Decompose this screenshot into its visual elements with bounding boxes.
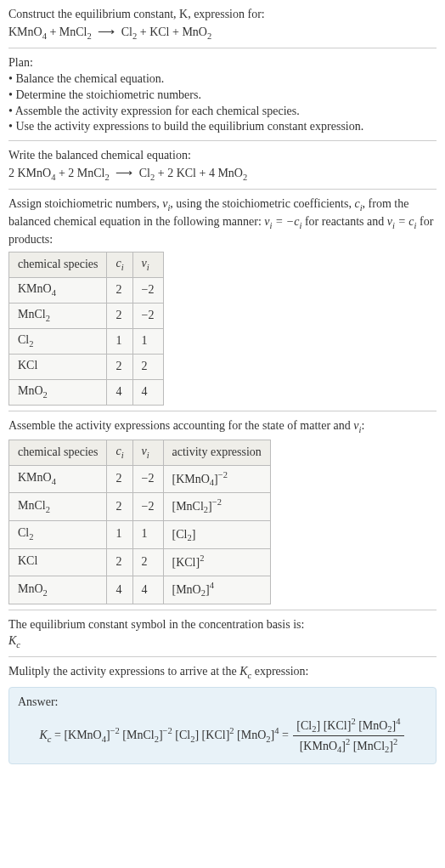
plan-section: Plan: • Balance the chemical equation. •… — [8, 48, 437, 140]
table-header-row: chemical species ci νi — [9, 252, 164, 278]
balanced-title: Write the balanced chemical equation: — [8, 148, 437, 164]
prompt-section: Construct the equilibrium constant, K, e… — [8, 7, 437, 48]
arrow-icon: ⟶ — [112, 167, 136, 179]
plan-title: Plan: — [8, 55, 437, 71]
balanced-section: Write the balanced chemical equation: 2 … — [8, 140, 437, 189]
activity-section: Assemble the activity expressions accoun… — [8, 411, 437, 610]
plus-icon: + — [172, 26, 182, 38]
col-nu: νi — [132, 252, 163, 278]
table-row: KMnO42−2 — [9, 277, 164, 303]
plan-bullet: • Determine the stoichiometric numbers. — [8, 88, 437, 104]
plus-icon: + — [59, 167, 68, 179]
stoich-section: Assign stoichiometric numbers, νi, using… — [8, 189, 437, 411]
product-3: MnO2 — [217, 167, 247, 179]
fraction: [Cl2] [KCl]2 [MnO2]4 [KMnO4]2 [MnCl2]2 — [293, 716, 403, 757]
table-row: MnCl22−2[MnCl2]−2 — [9, 493, 271, 521]
plan-bullet: • Assemble the activity expression for e… — [8, 104, 437, 120]
answer-label: Answer: — [18, 695, 427, 711]
col-ci: ci — [107, 252, 132, 278]
balanced-equation: 2 KMnO4 + 2 MnCl2 ⟶ Cl2 + 2 KCl + 4 MnO2 — [8, 166, 437, 184]
product-3: MnO2 — [182, 26, 211, 38]
numerator: [Cl2] [KCl]2 [MnO2]4 — [293, 716, 403, 737]
col-species: chemical species — [9, 252, 107, 278]
plus-icon: + — [200, 167, 209, 179]
ci-symbol: ci — [354, 197, 362, 210]
product-1: Cl2 — [139, 167, 155, 179]
denominator: [KMnO4]2 [MnCl2]2 — [293, 736, 403, 757]
table-row: Cl211 — [9, 328, 164, 354]
reactant-2: MnCl2 — [77, 167, 110, 179]
col-activity: activity expression — [163, 440, 270, 465]
col-nu: νi — [132, 440, 163, 465]
multiply-line: Mulitply the activity expressions to arr… — [8, 664, 437, 682]
table-row: MnO244[MnO2]4 — [9, 576, 271, 604]
table-row: KCl22[KCl]2 — [9, 548, 271, 576]
activity-table: chemical species ci νi activity expressi… — [8, 440, 271, 604]
kc-symbol: Kc — [8, 633, 437, 651]
table-row: MnCl22−2 — [9, 303, 164, 328]
product-2: KCl — [149, 26, 169, 38]
plan-bullet: • Balance the chemical equation. — [8, 71, 437, 88]
table-row: MnO244 — [9, 379, 164, 405]
nu-symbol: νi — [162, 197, 170, 210]
prompt-line: Construct the equilibrium constant, K, e… — [8, 7, 437, 23]
plus-icon: + — [140, 26, 149, 38]
stoich-intro: Assign stoichiometric numbers, νi, using… — [8, 196, 437, 248]
table-row: KMnO42−2[KMnO4]−2 — [9, 465, 271, 493]
reactant-1: KMnO4 — [8, 26, 47, 38]
col-species: chemical species — [9, 440, 107, 465]
coef: 2 — [167, 167, 173, 179]
product-1: Cl2 — [121, 26, 137, 38]
col-ci: ci — [107, 440, 132, 465]
answer-section: Mulitply the activity expressions to arr… — [8, 656, 437, 769]
plus-icon: + — [158, 167, 167, 179]
table-header-row: chemical species ci νi activity expressi… — [9, 440, 271, 465]
table-row: Cl211[Cl2] — [9, 521, 271, 549]
prompt-text: Construct the equilibrium constant, K, e… — [8, 8, 265, 20]
reactant-1: KMnO4 — [18, 167, 56, 179]
table-row: KCl22 — [9, 354, 164, 379]
stoich-table: chemical species ci νi KMnO42−2 MnCl22−2… — [8, 252, 164, 406]
plus-icon: + — [49, 26, 59, 38]
activity-title: Assemble the activity expressions accoun… — [8, 418, 437, 436]
reactant-2: MnCl2 — [59, 26, 92, 38]
product-2: KCl — [177, 167, 196, 179]
coef: 2 — [68, 167, 74, 179]
coef: 4 — [209, 167, 215, 179]
kc-symbol-section: The equilibrium constant symbol in the c… — [8, 610, 437, 656]
plan-bullet: • Use the activity expressions to build … — [8, 119, 437, 135]
arrow-icon: ⟶ — [94, 26, 118, 38]
unbalanced-equation: KMnO4 + MnCl2 ⟶ Cl2 + KCl + MnO2 — [8, 25, 437, 43]
kc-symbol-line: The equilibrium constant symbol in the c… — [8, 617, 437, 633]
coef: 2 — [8, 167, 14, 179]
answer-box: Answer: Kc = [KMnO4]−2 [MnCl2]−2 [Cl2] [… — [8, 687, 437, 764]
answer-equation: Kc = [KMnO4]−2 [MnCl2]−2 [Cl2] [KCl]2 [M… — [18, 716, 427, 757]
